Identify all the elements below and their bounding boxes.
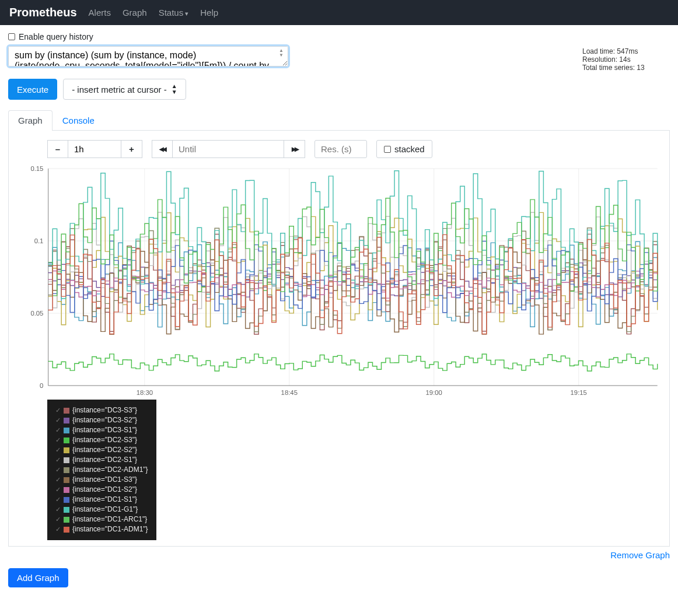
add-graph-button[interactable]: Add Graph <box>8 568 68 587</box>
legend-swatch <box>64 487 69 493</box>
chart: 00.050.10.1518:3018:4519:0019:15 <box>15 164 663 397</box>
stacked-toggle[interactable]: stacked <box>376 140 432 158</box>
insert-metric-select[interactable]: - insert metric at cursor - ▲▼ <box>63 79 186 100</box>
legend-swatch <box>64 497 69 503</box>
legend-item[interactable]: ✓{instance="DC2-S3"} <box>55 435 148 445</box>
legend-item[interactable]: ✓{instance="DC3-S1"} <box>55 425 148 435</box>
legend-swatch <box>64 457 69 463</box>
query-stats: Load time: 547ms Resolution: 14s Total t… <box>582 46 670 72</box>
legend-swatch <box>64 477 69 483</box>
legend-label: {instance="DC2-S2"} <box>72 445 137 455</box>
legend-item[interactable]: ✓{instance="DC3-S2"} <box>55 415 148 425</box>
check-icon: ✓ <box>55 415 61 425</box>
resolution-input[interactable] <box>314 140 367 158</box>
legend-label: {instance="DC1-S1"} <box>72 495 137 505</box>
range-group: – + <box>47 140 142 158</box>
range-increase-button[interactable]: + <box>121 140 142 158</box>
legend-item[interactable]: ✓{instance="DC2-S2"} <box>55 445 148 455</box>
nav-help[interactable]: Help <box>200 8 218 18</box>
time-forward-button[interactable]: ▶▶ <box>284 140 305 158</box>
history-checkbox[interactable] <box>8 33 15 40</box>
execute-button[interactable]: Execute <box>8 79 57 100</box>
legend-item[interactable]: ✓{instance="DC1-ADM1"} <box>55 524 148 534</box>
query-spinner[interactable]: ▲▼ <box>279 48 284 58</box>
svg-text:19:00: 19:00 <box>426 389 442 396</box>
svg-text:0.15: 0.15 <box>30 165 43 172</box>
nav-alerts[interactable]: Alerts <box>89 8 111 18</box>
check-icon: ✓ <box>55 485 61 495</box>
stat-load-time: Load time: 547ms <box>582 47 670 55</box>
stacked-label: stacked <box>394 144 425 154</box>
remove-graph-link[interactable]: Remove Graph <box>610 550 670 560</box>
brand[interactable]: Prometheus <box>9 6 77 19</box>
check-icon: ✓ <box>55 514 61 524</box>
legend-swatch <box>64 438 69 443</box>
nav-status[interactable]: Status <box>159 8 189 18</box>
legend-label: {instance="DC2-S3"} <box>72 435 137 445</box>
select-caret-icon: ▲▼ <box>172 83 177 95</box>
legend-item[interactable]: ✓{instance="DC1-S3"} <box>55 475 148 485</box>
stat-resolution: Resolution: 14s <box>582 55 670 64</box>
stacked-checkbox-icon <box>384 146 391 153</box>
check-icon: ✓ <box>55 455 61 465</box>
legend-label: {instance="DC1-G1"} <box>72 505 138 514</box>
legend-item[interactable]: ✓{instance="DC1-S2"} <box>55 485 148 495</box>
legend-swatch <box>64 428 69 433</box>
svg-text:0.1: 0.1 <box>34 237 44 244</box>
time-group: ◀◀ ▶▶ <box>152 140 305 158</box>
svg-text:0.05: 0.05 <box>30 310 43 317</box>
svg-text:18:30: 18:30 <box>137 389 153 396</box>
legend-label: {instance="DC1-S2"} <box>72 485 137 495</box>
legend-label: {instance="DC3-S1"} <box>72 425 137 435</box>
legend-label: {instance="DC2-ADM1"} <box>72 465 148 475</box>
legend-label: {instance="DC2-S1"} <box>72 455 137 465</box>
graph-panel: – + ◀◀ ▶▶ stacked 00.050.10.1518:3018:45… <box>8 131 670 547</box>
check-icon: ✓ <box>55 524 61 534</box>
svg-text:18:45: 18:45 <box>281 389 298 396</box>
legend-swatch <box>64 527 69 533</box>
check-icon: ✓ <box>55 495 61 505</box>
history-label: Enable query history <box>19 32 93 41</box>
check-icon: ✓ <box>55 505 61 514</box>
nav-graph[interactable]: Graph <box>123 8 147 18</box>
check-icon: ✓ <box>55 475 61 485</box>
check-icon: ✓ <box>55 405 61 415</box>
legend-item[interactable]: ✓{instance="DC2-ADM1"} <box>55 465 148 475</box>
legend-swatch <box>64 517 69 523</box>
legend-swatch <box>64 447 69 453</box>
insert-metric-label: - insert metric at cursor - <box>72 85 167 94</box>
query-input[interactable] <box>8 46 288 66</box>
range-decrease-button[interactable]: – <box>47 140 68 158</box>
svg-text:0: 0 <box>40 382 43 389</box>
legend-swatch <box>64 408 69 414</box>
legend-swatch <box>64 418 69 424</box>
legend-item[interactable]: ✓{instance="DC1-S1"} <box>55 495 148 505</box>
stat-series: Total time series: 13 <box>582 64 670 72</box>
until-input[interactable] <box>179 144 278 154</box>
legend-item[interactable]: ✓{instance="DC2-S1"} <box>55 455 148 465</box>
legend-label: {instance="DC1-ADM1"} <box>72 524 148 534</box>
check-icon: ✓ <box>55 445 61 455</box>
svg-text:19:15: 19:15 <box>571 389 587 396</box>
check-icon: ✓ <box>55 435 61 445</box>
legend-swatch <box>64 467 69 473</box>
legend: ✓{instance="DC3-S3"}✓{instance="DC3-S2"}… <box>47 400 156 540</box>
legend-item[interactable]: ✓{instance="DC3-S3"} <box>55 405 148 415</box>
range-input[interactable] <box>74 144 115 154</box>
legend-label: {instance="DC3-S3"} <box>72 405 137 415</box>
legend-label: {instance="DC3-S2"} <box>72 415 137 425</box>
tab-console[interactable]: Console <box>53 110 104 130</box>
tab-graph[interactable]: Graph <box>8 110 53 131</box>
legend-label: {instance="DC1-ARC1"} <box>72 514 147 524</box>
legend-swatch <box>64 507 69 513</box>
check-icon: ✓ <box>55 425 61 435</box>
check-icon: ✓ <box>55 465 61 475</box>
navbar: Prometheus Alerts Graph Status Help <box>0 0 678 25</box>
legend-item[interactable]: ✓{instance="DC1-G1"} <box>55 505 148 514</box>
legend-item[interactable]: ✓{instance="DC1-ARC1"} <box>55 514 148 524</box>
time-back-button[interactable]: ◀◀ <box>152 140 173 158</box>
tabs: Graph Console <box>8 110 670 131</box>
legend-label: {instance="DC1-S3"} <box>72 475 137 485</box>
